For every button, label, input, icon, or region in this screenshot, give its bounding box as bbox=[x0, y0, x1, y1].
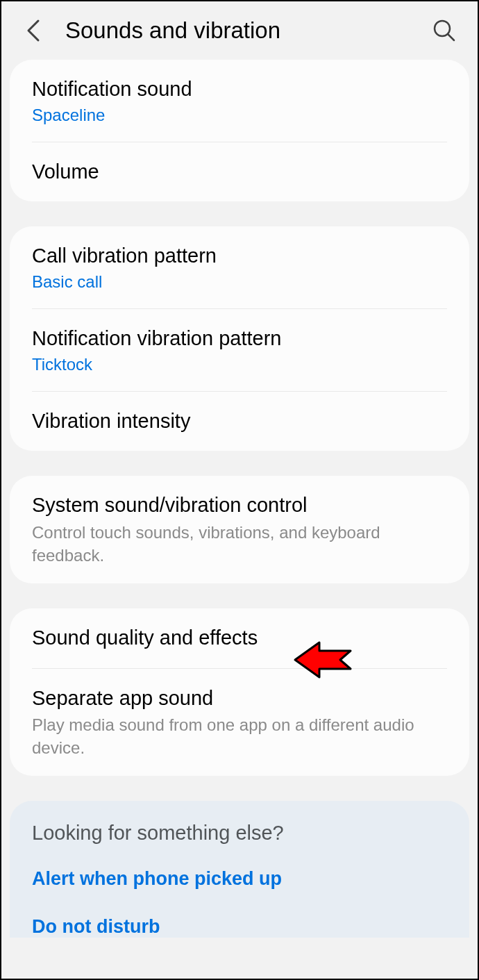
alert-phone-picked-up-link[interactable]: Alert when phone picked up bbox=[32, 868, 447, 890]
volume-item[interactable]: Volume bbox=[10, 142, 469, 202]
sound-quality-item[interactable]: Sound quality and effects bbox=[10, 608, 469, 668]
vibration-intensity-item[interactable]: Vibration intensity bbox=[10, 392, 469, 451]
separate-app-sound-item[interactable]: Separate app sound Play media sound from… bbox=[10, 669, 469, 776]
item-desc: Control touch sounds, vibrations, and ke… bbox=[32, 522, 447, 567]
item-desc: Play media sound from one app on a diffe… bbox=[32, 714, 447, 759]
svg-line-1 bbox=[448, 34, 454, 40]
section-system: System sound/vibration control Control t… bbox=[10, 476, 469, 583]
section-vibration: Call vibration pattern Basic call Notifi… bbox=[10, 226, 469, 451]
item-title: Call vibration pattern bbox=[32, 243, 447, 269]
section-sound: Notification sound Spaceline Volume bbox=[10, 60, 469, 201]
chevron-left-icon bbox=[26, 19, 41, 42]
item-title: Separate app sound bbox=[32, 686, 447, 712]
item-title: Notification sound bbox=[32, 76, 447, 103]
item-value: Spaceline bbox=[32, 106, 447, 125]
notification-vibration-item[interactable]: Notification vibration pattern Ticktock bbox=[10, 309, 469, 391]
item-value: Basic call bbox=[32, 272, 447, 292]
footer-title: Looking for something else? bbox=[32, 822, 447, 845]
system-sound-item[interactable]: System sound/vibration control Control t… bbox=[10, 476, 469, 583]
page-title: Sounds and vibration bbox=[65, 17, 430, 44]
item-title: Vibration intensity bbox=[32, 408, 447, 435]
back-button[interactable] bbox=[21, 18, 46, 43]
footer-section: Looking for something else? Alert when p… bbox=[10, 801, 469, 938]
call-vibration-item[interactable]: Call vibration pattern Basic call bbox=[10, 226, 469, 308]
search-button[interactable] bbox=[430, 17, 458, 44]
do-not-disturb-link[interactable]: Do not disturb bbox=[32, 916, 447, 938]
item-value: Ticktock bbox=[32, 355, 447, 374]
item-title: System sound/vibration control bbox=[32, 492, 447, 519]
header: Sounds and vibration bbox=[1, 1, 478, 60]
notification-sound-item[interactable]: Notification sound Spaceline bbox=[10, 60, 469, 142]
item-title: Notification vibration pattern bbox=[32, 326, 447, 352]
section-quality: Sound quality and effects Separate app s… bbox=[10, 608, 469, 776]
item-title: Volume bbox=[32, 159, 447, 185]
search-icon bbox=[432, 18, 457, 43]
item-title: Sound quality and effects bbox=[32, 625, 447, 651]
